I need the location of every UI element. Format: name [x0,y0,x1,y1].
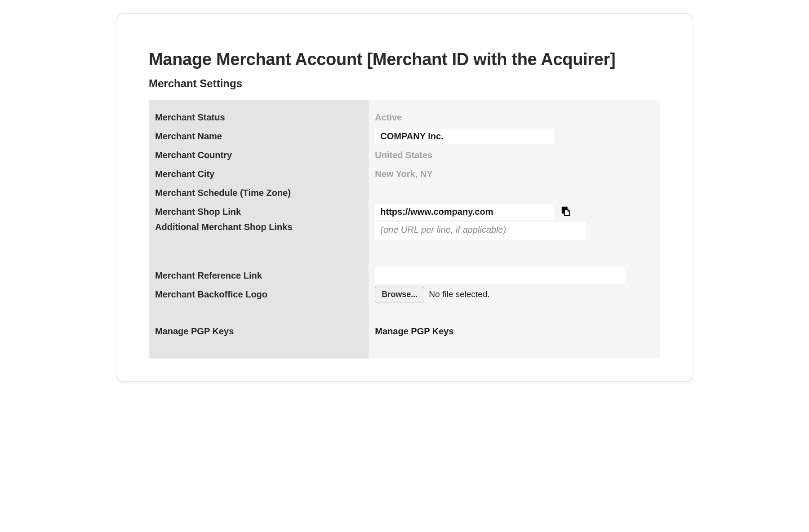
copy-icon[interactable] [561,205,571,218]
settings-table: Merchant Status Merchant Name Merchant C… [149,100,660,359]
values-column: Active United States New York, NY [369,100,660,359]
label-merchant-country: Merchant Country [155,150,232,160]
label-merchant-city: Merchant City [155,169,214,179]
manage-pgp-keys-link[interactable]: Manage PGP Keys [375,326,453,337]
browse-button[interactable]: Browse... [375,287,424,302]
value-merchant-country: United States [375,150,432,160]
label-merchant-status: Merchant Status [155,112,225,123]
page-title: Manage Merchant Account [Merchant ID wit… [149,50,660,69]
section-title: Merchant Settings [149,77,660,90]
label-manage-pgp-keys: Manage PGP Keys [155,326,234,337]
merchant-name-input[interactable] [375,129,555,144]
label-merchant-reference-link: Merchant Reference Link [155,270,262,281]
file-status: No file selected. [429,289,489,299]
label-additional-links: Additional Merchant Shop Links [155,222,293,232]
additional-links-input[interactable] [375,222,586,240]
value-merchant-city: New York, NY [375,169,432,179]
label-merchant-shop-link: Merchant Shop Link [155,207,241,217]
labels-column: Merchant Status Merchant Name Merchant C… [149,100,369,359]
merchant-settings-panel: Manage Merchant Account [Merchant ID wit… [117,13,692,381]
merchant-reference-link-input[interactable] [375,267,627,284]
value-merchant-status: Active [375,112,402,123]
label-merchant-name: Merchant Name [155,131,222,142]
label-merchant-backoffice-logo: Merchant Backoffice Logo [155,289,267,300]
label-merchant-schedule: Merchant Schedule (Time Zone) [155,188,291,198]
merchant-shop-link-input[interactable] [375,204,555,220]
